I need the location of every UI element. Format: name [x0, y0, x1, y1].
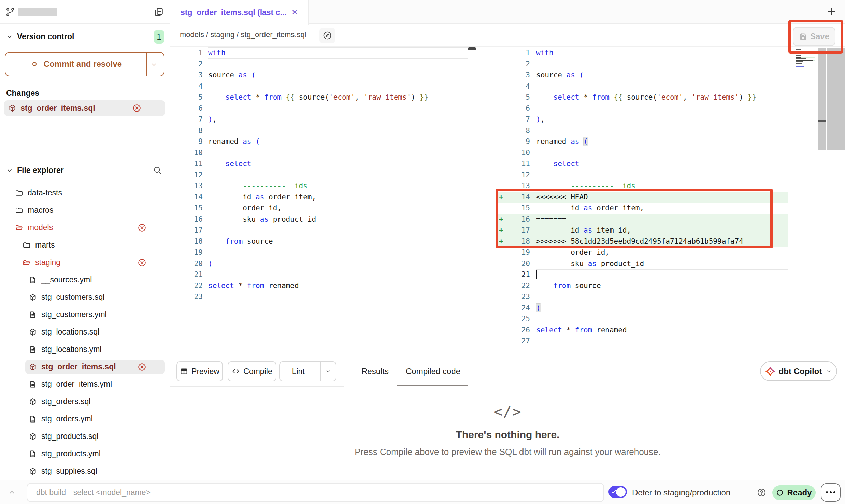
code-text[interactable]: [208, 225, 468, 236]
code-text[interactable]: order_id,: [536, 247, 788, 258]
code-text[interactable]: [536, 291, 788, 302]
code-text[interactable]: =======: [536, 214, 788, 225]
code-text[interactable]: [208, 125, 468, 136]
discard-change-icon[interactable]: [138, 223, 146, 232]
file-item-stg-locations-sql[interactable]: stg_locations.sql: [0, 323, 170, 341]
file-item-stg-locations-yml[interactable]: stg_locations.yml: [0, 341, 170, 358]
code-line-14[interactable]: 14 id as order_item,: [170, 192, 468, 203]
file-item-stg-products-sql[interactable]: stg_products.sql: [0, 428, 170, 445]
tab-compiled-code[interactable]: Compiled code: [402, 356, 464, 386]
lint-label[interactable]: Lint: [280, 367, 317, 376]
commit-dropdown-chevron-icon[interactable]: [151, 61, 157, 68]
editor-scrollbar[interactable]: [827, 48, 845, 150]
code-line-15[interactable]: 15 id as order_item,: [497, 203, 788, 214]
new-tab-button[interactable]: +: [827, 3, 836, 20]
code-text[interactable]: [208, 81, 468, 92]
code-text[interactable]: [208, 269, 468, 280]
code-text[interactable]: order_id,: [208, 203, 468, 214]
code-text[interactable]: id as item_id,: [536, 225, 788, 236]
file-item-stg-customers-yml[interactable]: stg_customers.yml: [0, 306, 170, 323]
code-line-6[interactable]: 6: [497, 103, 788, 114]
code-text[interactable]: renamed as (: [208, 136, 468, 147]
save-button[interactable]: Save: [793, 27, 835, 46]
lint-dropdown-chevron-icon[interactable]: [320, 362, 336, 381]
code-line-7[interactable]: 7),: [497, 114, 788, 125]
code-text[interactable]: select * from renamed: [208, 280, 468, 292]
code-text[interactable]: [208, 169, 468, 181]
code-text[interactable]: ),: [208, 114, 468, 125]
code-line-1[interactable]: 1with: [170, 47, 468, 59]
code-text[interactable]: id as order_item,: [208, 192, 468, 203]
code-text[interactable]: [208, 247, 468, 258]
changed-file-item[interactable]: stg_order_items.sql: [4, 100, 165, 116]
minimap[interactable]: [796, 48, 815, 68]
file-item-stg-orders-yml[interactable]: stg_orders.yml: [0, 410, 170, 428]
code-line-15[interactable]: 15 order_id,: [170, 203, 468, 214]
commit-and-resolve-button[interactable]: Commit and resolve: [5, 52, 164, 76]
code-text[interactable]: select: [208, 158, 468, 169]
code-line-26[interactable]: 26select * from renamed: [497, 325, 788, 336]
code-line-19[interactable]: 19 order_id,: [497, 247, 788, 258]
preview-button[interactable]: Preview: [176, 361, 223, 381]
code-text[interactable]: sku as product_id: [208, 214, 468, 225]
code-line-5[interactable]: 5 select * from {{ source('ecom', 'raw_i…: [497, 92, 788, 103]
file-item-macros[interactable]: macros: [0, 202, 170, 219]
lint-split-button[interactable]: Lint: [279, 361, 336, 381]
code-line-18[interactable]: +18>>>>>>> 58c1dd23d5eebd9cd2495fa7124ab…: [497, 236, 788, 247]
code-line-2[interactable]: 2: [170, 59, 468, 70]
file-item-marts[interactable]: marts: [0, 236, 170, 254]
code-line-9[interactable]: 9renamed as (: [497, 136, 788, 147]
code-text[interactable]: [536, 336, 788, 347]
status-badge[interactable]: Ready: [772, 485, 816, 500]
code-line-21[interactable]: 21: [497, 269, 788, 280]
code-text[interactable]: select * from {{ source('ecom', 'raw_ite…: [208, 92, 468, 103]
code-text[interactable]: [208, 103, 468, 114]
file-item-data-tests[interactable]: data-tests: [0, 184, 170, 202]
code-text[interactable]: ): [536, 302, 788, 314]
code-line-9[interactable]: 9renamed as (: [170, 136, 468, 147]
editor-pane-last-commit[interactable]: 1with23source as (45 select * from {{ so…: [170, 47, 468, 302]
diff-editor[interactable]: 1with23source as (45 select * from {{ so…: [170, 47, 845, 356]
code-text[interactable]: source as (: [208, 70, 468, 81]
code-text[interactable]: select: [536, 158, 788, 169]
dbt-copilot-button[interactable]: dbt Copilot: [760, 361, 837, 381]
file-item-stg-customers-sql[interactable]: stg_customers.sql: [0, 288, 170, 306]
tab-stg-order-items[interactable]: stg_order_items.sql (last c... ✕: [170, 0, 309, 25]
code-line-5[interactable]: 5 select * from {{ source('ecom', 'raw_i…: [170, 92, 468, 103]
code-text[interactable]: [536, 59, 788, 70]
code-line-20[interactable]: 20 sku as product_id: [497, 258, 788, 269]
search-icon[interactable]: [153, 166, 162, 175]
code-line-4[interactable]: 4: [170, 81, 468, 92]
file-explorer-header[interactable]: File explorer: [0, 163, 170, 178]
code-text[interactable]: >>>>>>> 58c1dd23d5eebd9cd2495fa7124ab61b…: [536, 236, 788, 247]
copy-files-icon[interactable]: [154, 7, 164, 17]
code-text[interactable]: from source: [208, 236, 468, 247]
file-item--sources-yml[interactable]: __sources.yml: [0, 271, 170, 288]
code-text[interactable]: [536, 147, 788, 159]
code-line-21[interactable]: 21: [170, 269, 468, 280]
code-text[interactable]: ---------- ids: [536, 180, 788, 192]
file-item-stg-orders-sql[interactable]: stg_orders.sql: [0, 393, 170, 410]
code-text[interactable]: [536, 313, 788, 325]
file-item-stg-order-items-sql[interactable]: stg_order_items.sql: [0, 358, 170, 375]
code-text[interactable]: ),: [536, 114, 788, 125]
code-line-22[interactable]: 22 from source: [497, 280, 788, 292]
code-text[interactable]: [208, 291, 468, 302]
version-control-header[interactable]: Version control 1: [0, 29, 170, 44]
code-text[interactable]: <<<<<<< HEAD: [536, 192, 788, 203]
code-text[interactable]: [536, 81, 788, 92]
code-line-6[interactable]: 6: [170, 103, 468, 114]
code-line-3[interactable]: 3source as (: [497, 70, 788, 81]
chevron-down-icon[interactable]: [6, 167, 13, 174]
file-item-models[interactable]: models: [0, 219, 170, 236]
minimap-slider[interactable]: [818, 48, 826, 150]
code-line-12[interactable]: 12: [170, 169, 468, 181]
code-line-8[interactable]: 8: [170, 125, 468, 136]
code-line-23[interactable]: 23: [497, 291, 788, 302]
file-item-stg-products-yml[interactable]: stg_products.yml: [0, 445, 170, 462]
code-text[interactable]: [536, 103, 788, 114]
code-line-12[interactable]: 12: [497, 169, 788, 181]
close-tab-icon[interactable]: ✕: [291, 8, 298, 17]
code-text[interactable]: [536, 125, 788, 136]
code-text[interactable]: with: [208, 47, 468, 59]
